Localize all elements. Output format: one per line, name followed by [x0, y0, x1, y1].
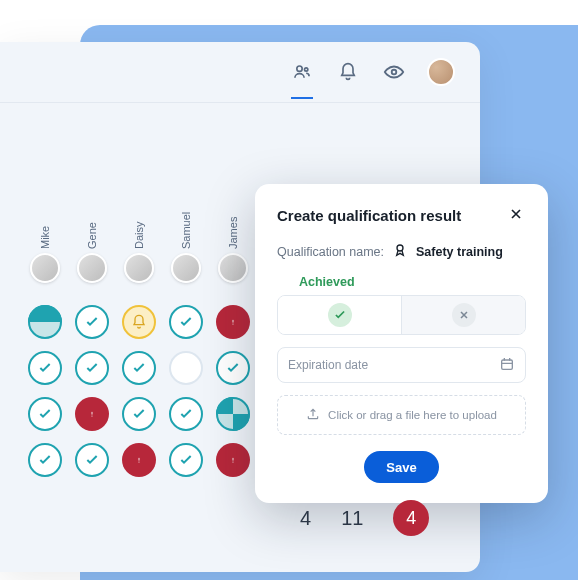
person-col-3[interactable]: Samuel — [169, 223, 203, 283]
person-avatar — [124, 253, 154, 283]
count-b: 11 — [341, 507, 363, 530]
grid-cell-alert[interactable] — [216, 443, 250, 477]
svg-point-0 — [297, 66, 302, 71]
date-placeholder: Expiration date — [288, 358, 368, 372]
close-icon[interactable] — [508, 206, 526, 224]
grid-cell-check[interactable] — [216, 351, 250, 385]
grid-cell-check[interactable] — [169, 397, 203, 431]
person-col-4[interactable]: James — [216, 223, 250, 283]
save-button[interactable]: Save — [364, 451, 438, 483]
grid-cell-check[interactable] — [169, 443, 203, 477]
upload-icon — [306, 407, 320, 423]
svg-rect-5 — [92, 412, 93, 415]
x-icon — [452, 303, 476, 327]
grid-cell-pie2[interactable] — [216, 397, 250, 431]
grid-cell-empty[interactable] — [169, 351, 203, 385]
grid-cell-bell[interactable] — [122, 305, 156, 339]
person-label: Gene — [86, 209, 98, 249]
segment-achieved[interactable] — [278, 296, 401, 334]
expiration-date-input[interactable]: Expiration date — [277, 347, 526, 383]
grid-cell-check[interactable] — [169, 305, 203, 339]
contacts-icon[interactable] — [289, 59, 315, 85]
grid-cell-alert[interactable] — [75, 397, 109, 431]
grid-cell-alert[interactable] — [122, 443, 156, 477]
calendar-icon — [499, 356, 515, 375]
svg-rect-9 — [233, 458, 234, 461]
qualification-label: Qualification name: — [277, 245, 384, 259]
svg-point-4 — [232, 323, 233, 324]
svg-rect-12 — [502, 360, 513, 369]
grid-cell-check[interactable] — [28, 443, 62, 477]
person-avatar — [77, 253, 107, 283]
ribbon-icon — [392, 242, 408, 261]
svg-point-11 — [397, 245, 403, 251]
svg-point-1 — [305, 68, 308, 71]
upload-text: Click or drag a file here to upload — [328, 409, 497, 421]
grid-cell-check[interactable] — [75, 351, 109, 385]
person-label: James — [227, 209, 239, 249]
count-c-badge[interactable]: 4 — [393, 500, 429, 536]
grid-cell-check[interactable] — [28, 351, 62, 385]
create-qualification-modal: Create qualification result Qualificatio… — [255, 184, 548, 503]
eye-icon[interactable] — [381, 59, 407, 85]
svg-point-10 — [232, 461, 233, 462]
grid-cell-check[interactable] — [122, 351, 156, 385]
svg-rect-3 — [233, 320, 234, 323]
segment-not-achieved[interactable] — [401, 296, 525, 334]
qualification-name-line: Qualification name: Safety training — [277, 242, 526, 261]
grid-cell-check[interactable] — [122, 397, 156, 431]
person-avatar — [218, 253, 248, 283]
check-icon — [328, 303, 352, 327]
person-label: Samuel — [180, 209, 192, 249]
grid-cell-check[interactable] — [28, 397, 62, 431]
person-avatar — [171, 253, 201, 283]
count-a: 4 — [300, 507, 311, 530]
person-col-2[interactable]: Daisy — [122, 223, 156, 283]
svg-point-8 — [138, 461, 139, 462]
topbar — [0, 42, 480, 102]
bell-icon[interactable] — [335, 59, 361, 85]
grid-cell-check[interactable] — [75, 305, 109, 339]
person-label: Daisy — [133, 209, 145, 249]
svg-point-6 — [91, 415, 92, 416]
status-segmented-control — [277, 295, 526, 335]
current-user-avatar[interactable] — [427, 58, 455, 86]
person-col-0[interactable]: Mike — [28, 223, 62, 283]
qualification-name: Safety training — [416, 245, 503, 259]
footer-counts: 4 11 4 — [300, 500, 429, 536]
svg-point-2 — [392, 70, 397, 75]
person-avatar — [30, 253, 60, 283]
grid-cell-pie[interactable] — [28, 305, 62, 339]
grid-cell-alert[interactable] — [216, 305, 250, 339]
svg-rect-7 — [139, 458, 140, 461]
modal-title: Create qualification result — [277, 207, 461, 224]
file-upload-dropzone[interactable]: Click or drag a file here to upload — [277, 395, 526, 435]
person-label: Mike — [39, 209, 51, 249]
grid-cell-check[interactable] — [75, 443, 109, 477]
achieved-tab-label: Achieved — [299, 275, 526, 289]
person-col-1[interactable]: Gene — [75, 223, 109, 283]
